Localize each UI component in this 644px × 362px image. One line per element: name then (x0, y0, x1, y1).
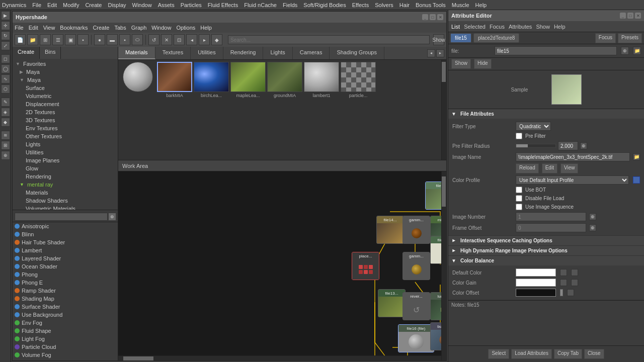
shader-volumeshader[interactable]: Volume Shader (13, 359, 118, 360)
ae-interactive-header[interactable]: ▼ Interactive Sequence Caching Options (448, 236, 644, 245)
menu-fluid-effects[interactable]: Fluid Effects (208, 2, 238, 8)
shader-envfog[interactable]: Env Fog (13, 319, 118, 327)
menu-fields[interactable]: Fields (283, 2, 297, 8)
swatch-particle[interactable]: particle... (341, 62, 376, 98)
ae-close[interactable]: ✕ (635, 13, 641, 19)
shader-layered[interactable]: Layered Shader (13, 254, 118, 262)
tree-mentalray[interactable]: ▼ mental ray (14, 180, 117, 189)
ae-default-color-expand[interactable] (560, 269, 567, 276)
ae-color-offset-btn2[interactable] (567, 289, 574, 296)
ae-show-btn[interactable]: Show (451, 59, 471, 69)
hs-menu-view[interactable]: View (43, 25, 55, 31)
ae-presets-btn[interactable]: Presets (618, 33, 642, 43)
shader-shadingmap[interactable]: Shading Map (13, 295, 118, 303)
menu-softrigid[interactable]: Soft/Rigid Bodies (303, 2, 346, 8)
work-area-scroll-thumb-h[interactable] (123, 356, 153, 360)
ae-pre-filter-radius-expand[interactable]: ⊕ (580, 142, 587, 149)
menu-assets[interactable]: Assets (158, 2, 175, 8)
tool-render[interactable]: ◈ (1, 108, 10, 117)
shader-phong[interactable]: Phong (13, 270, 118, 279)
ae-view-btn[interactable]: View (560, 163, 579, 173)
tool-misc[interactable]: ⊕ (1, 151, 10, 160)
hs-menu-options[interactable]: Options (176, 25, 195, 31)
hs-menu-window[interactable]: Window (151, 25, 171, 31)
tb-small[interactable]: ▪ (77, 34, 89, 45)
tab-rendering[interactable]: Rendering (223, 47, 264, 59)
hypershade-close[interactable]: ✕ (437, 14, 443, 20)
swatch-ground[interactable]: groundMIA (267, 62, 302, 98)
scroll-right-btn[interactable]: ▸ (436, 49, 444, 57)
tool-constraint[interactable]: ⊞ (1, 141, 10, 150)
ae-edit-btn[interactable]: Edit (542, 163, 557, 173)
node-rever[interactable]: rever... ↺ (403, 292, 430, 320)
tb-output[interactable]: ▸ (199, 34, 210, 45)
swatches-scroll-thumb[interactable] (442, 62, 446, 82)
hs-menu-help[interactable]: Help (200, 25, 212, 31)
menu-create[interactable]: Create (85, 2, 102, 8)
tree-displacement[interactable]: Displacement (14, 100, 117, 108)
ae-pre-filter-radius-input[interactable] (558, 141, 578, 150)
shader-anisotropic[interactable]: Anisotropic (13, 222, 118, 230)
menu-window[interactable]: Window (132, 2, 152, 8)
tree-utilities[interactable]: Utilities (14, 148, 117, 156)
menu-modify[interactable]: Modify (63, 2, 79, 8)
tree-imageplanes[interactable]: Image Planes (14, 156, 117, 164)
ae-frame-offset-input[interactable] (516, 223, 586, 232)
ae-maximize[interactable]: □ (627, 13, 633, 19)
work-area-scrollbar-h[interactable] (118, 355, 441, 360)
tab-lights[interactable]: Lights (263, 47, 292, 59)
tree-vol-mat[interactable]: Volumetric Materials (14, 205, 117, 210)
tool-poly[interactable]: ◻ (1, 54, 10, 63)
ae-tab-focus[interactable]: Focus (490, 24, 505, 30)
tree-maya2[interactable]: ▼ Maya (14, 76, 117, 84)
tool-rotate[interactable]: ↻ (1, 31, 10, 40)
menu-display[interactable]: Display (108, 2, 126, 8)
shader-blinn[interactable]: Blinn (13, 230, 118, 238)
menu-bonus-tools[interactable]: Bonus Tools (416, 2, 446, 8)
menu-solvers[interactable]: Solvers (375, 2, 393, 8)
menu-hair[interactable]: Hair (399, 2, 410, 8)
tree-mr-materials[interactable]: Materials (14, 189, 117, 197)
swatch-bark[interactable]: barkMIA (157, 62, 192, 98)
tool-anim[interactable]: ◆ (1, 118, 10, 127)
tool-dynamic[interactable]: ≋ (1, 131, 10, 140)
node-file13[interactable]: file13... (378, 289, 406, 317)
tab-bins[interactable]: Bins (40, 47, 61, 59)
ae-image-browse-btn[interactable]: 📁 (633, 153, 640, 160)
tool-deform[interactable]: ⬡ (1, 84, 10, 94)
ae-pre-filter-check[interactable] (516, 133, 522, 139)
tree-glow[interactable]: Glow (14, 164, 117, 172)
tb-cube[interactable]: ▪ (119, 34, 130, 45)
node-place2d[interactable]: place... (352, 252, 379, 280)
ae-use-image-seq-check[interactable] (516, 204, 522, 210)
menu-particles[interactable]: Particles (181, 2, 202, 8)
tree-3dtex[interactable]: 3D Textures (14, 116, 117, 124)
menu-file[interactable]: File (32, 2, 41, 8)
ae-folder-icon[interactable]: 📁 (633, 47, 641, 55)
sphere-preview[interactable] (120, 62, 155, 92)
ae-select-btn[interactable]: Select (488, 349, 509, 359)
tree-rendering[interactable]: Rendering (14, 172, 117, 180)
tree-favorites[interactable]: ▼ Favorites (14, 60, 117, 68)
work-area[interactable]: file15 file14... gamm... (118, 171, 446, 360)
shader-lightfog[interactable]: Light Fog (13, 335, 118, 343)
tb-grid[interactable]: ⊞ (40, 34, 51, 45)
menu-muscle[interactable]: Muscle (452, 2, 469, 8)
tb-reload[interactable]: ↺ (148, 34, 159, 45)
ae-sample-swatch[interactable] (551, 74, 582, 105)
tb-sphere[interactable]: ● (94, 34, 105, 45)
ae-tab-attributes[interactable]: Attributes (509, 24, 532, 30)
search-input[interactable] (228, 35, 430, 44)
ae-node-tab-file15[interactable]: file15 (450, 33, 471, 43)
ae-color-balance-header[interactable]: ▼ Color Balance (448, 256, 644, 265)
tool-scale[interactable]: ⤢ (1, 41, 10, 50)
ae-default-color-swatch[interactable] (516, 268, 556, 277)
scroll-left-btn[interactable]: ◂ (427, 49, 435, 57)
tb-plane[interactable]: ▬ (107, 34, 118, 45)
work-area-scroll-thumb-v[interactable] (442, 176, 446, 207)
ae-load-attrs-btn[interactable]: Load Attributes (511, 349, 552, 359)
tb-cylinder[interactable]: ⬭ (132, 34, 143, 45)
ae-color-profile-select[interactable]: Use Default Input Profile (516, 175, 629, 185)
hs-menu-file[interactable]: File (15, 25, 24, 31)
tree-surface[interactable]: Surface (14, 84, 117, 92)
